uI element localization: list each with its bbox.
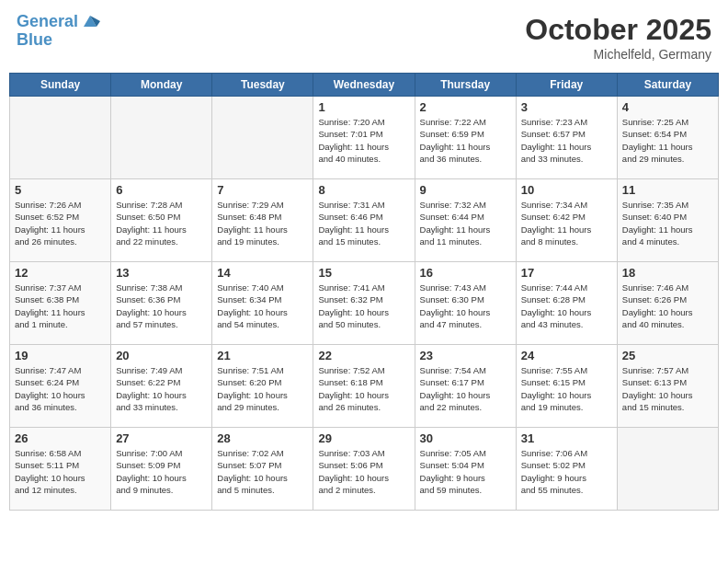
calendar-cell: 16Sunrise: 7:43 AM Sunset: 6:30 PM Dayli… — [415, 262, 516, 345]
day-number: 16 — [420, 266, 511, 280]
day-number: 31 — [521, 431, 612, 445]
day-number: 13 — [116, 266, 207, 280]
calendar-cell: 4Sunrise: 7:25 AM Sunset: 6:54 PM Daylig… — [617, 97, 718, 179]
day-info: Sunrise: 7:34 AM Sunset: 6:42 PM Dayligh… — [521, 199, 612, 247]
day-info: Sunrise: 7:20 AM Sunset: 7:01 PM Dayligh… — [318, 116, 409, 165]
weekday-header: Thursday — [415, 74, 516, 97]
day-info: Sunrise: 7:25 AM Sunset: 6:54 PM Dayligh… — [622, 116, 713, 165]
logo: General Blue — [17, 13, 100, 50]
day-info: Sunrise: 7:35 AM Sunset: 6:40 PM Dayligh… — [622, 199, 713, 247]
day-number: 28 — [217, 431, 308, 445]
calendar-week-row: 1Sunrise: 7:20 AM Sunset: 7:01 PM Daylig… — [10, 97, 719, 179]
day-info: Sunrise: 7:51 AM Sunset: 6:20 PM Dayligh… — [217, 364, 308, 413]
day-number: 20 — [116, 349, 207, 362]
calendar-cell: 27Sunrise: 7:00 AM Sunset: 5:09 PM Dayli… — [111, 428, 212, 511]
day-number: 8 — [318, 183, 409, 197]
day-number: 15 — [318, 266, 409, 280]
day-number: 2 — [420, 100, 511, 114]
calendar-cell: 12Sunrise: 7:37 AM Sunset: 6:38 PM Dayli… — [10, 262, 111, 345]
day-number: 6 — [116, 183, 207, 197]
calendar-cell: 15Sunrise: 7:41 AM Sunset: 6:32 PM Dayli… — [313, 262, 415, 345]
calendar-cell: 7Sunrise: 7:29 AM Sunset: 6:48 PM Daylig… — [212, 179, 313, 262]
day-info: Sunrise: 7:54 AM Sunset: 6:17 PM Dayligh… — [420, 364, 511, 413]
day-number: 22 — [318, 349, 409, 362]
day-info: Sunrise: 7:05 AM Sunset: 5:04 PM Dayligh… — [420, 447, 511, 496]
calendar-cell: 6Sunrise: 7:28 AM Sunset: 6:50 PM Daylig… — [111, 179, 212, 262]
calendar-cell: 24Sunrise: 7:55 AM Sunset: 6:15 PM Dayli… — [516, 345, 617, 428]
day-info: Sunrise: 7:32 AM Sunset: 6:44 PM Dayligh… — [420, 199, 511, 247]
calendar-cell: 2Sunrise: 7:22 AM Sunset: 6:59 PM Daylig… — [415, 97, 516, 179]
day-number: 11 — [622, 183, 713, 197]
logo-text: General — [17, 13, 100, 31]
calendar-cell: 26Sunrise: 6:58 AM Sunset: 5:11 PM Dayli… — [10, 428, 111, 511]
day-info: Sunrise: 7:40 AM Sunset: 6:34 PM Dayligh… — [217, 282, 308, 330]
day-info: Sunrise: 7:47 AM Sunset: 6:24 PM Dayligh… — [15, 364, 106, 413]
calendar-week-row: 5Sunrise: 7:26 AM Sunset: 6:52 PM Daylig… — [10, 179, 719, 262]
day-info: Sunrise: 7:52 AM Sunset: 6:18 PM Dayligh… — [318, 364, 409, 413]
day-info: Sunrise: 7:28 AM Sunset: 6:50 PM Dayligh… — [116, 199, 207, 247]
calendar-cell — [617, 428, 718, 511]
calendar-cell: 17Sunrise: 7:44 AM Sunset: 6:28 PM Dayli… — [516, 262, 617, 345]
day-number: 4 — [622, 100, 713, 114]
day-info: Sunrise: 7:43 AM Sunset: 6:30 PM Dayligh… — [420, 282, 511, 330]
day-number: 26 — [15, 431, 106, 445]
calendar-cell: 8Sunrise: 7:31 AM Sunset: 6:46 PM Daylig… — [313, 179, 415, 262]
day-info: Sunrise: 7:38 AM Sunset: 6:36 PM Dayligh… — [116, 282, 207, 330]
weekday-header-row: SundayMondayTuesdayWednesdayThursdayFrid… — [10, 74, 719, 97]
day-number: 25 — [622, 349, 713, 362]
day-info: Sunrise: 7:26 AM Sunset: 6:52 PM Dayligh… — [15, 199, 106, 247]
calendar-cell: 13Sunrise: 7:38 AM Sunset: 6:36 PM Dayli… — [111, 262, 212, 345]
day-number: 3 — [521, 100, 612, 114]
weekday-header: Wednesday — [313, 74, 415, 97]
day-info: Sunrise: 7:44 AM Sunset: 6:28 PM Dayligh… — [521, 282, 612, 330]
weekday-header: Tuesday — [212, 74, 313, 97]
day-info: Sunrise: 7:55 AM Sunset: 6:15 PM Dayligh… — [521, 364, 612, 413]
calendar-cell: 23Sunrise: 7:54 AM Sunset: 6:17 PM Dayli… — [415, 345, 516, 428]
calendar-cell: 19Sunrise: 7:47 AM Sunset: 6:24 PM Dayli… — [10, 345, 111, 428]
day-number: 9 — [420, 183, 511, 197]
calendar-cell: 1Sunrise: 7:20 AM Sunset: 7:01 PM Daylig… — [313, 97, 415, 179]
calendar-cell — [111, 97, 212, 179]
logo-icon — [80, 14, 100, 30]
calendar-cell: 20Sunrise: 7:49 AM Sunset: 6:22 PM Dayli… — [111, 345, 212, 428]
calendar-cell: 11Sunrise: 7:35 AM Sunset: 6:40 PM Dayli… — [617, 179, 718, 262]
day-info: Sunrise: 7:46 AM Sunset: 6:26 PM Dayligh… — [622, 282, 713, 330]
calendar-cell: 29Sunrise: 7:03 AM Sunset: 5:06 PM Dayli… — [313, 428, 415, 511]
calendar-cell: 10Sunrise: 7:34 AM Sunset: 6:42 PM Dayli… — [516, 179, 617, 262]
calendar-cell — [212, 97, 313, 179]
day-number: 7 — [217, 183, 308, 197]
calendar-cell: 31Sunrise: 7:06 AM Sunset: 5:02 PM Dayli… — [516, 428, 617, 511]
calendar-cell: 14Sunrise: 7:40 AM Sunset: 6:34 PM Dayli… — [212, 262, 313, 345]
calendar-cell: 28Sunrise: 7:02 AM Sunset: 5:07 PM Dayli… — [212, 428, 313, 511]
calendar-cell: 3Sunrise: 7:23 AM Sunset: 6:57 PM Daylig… — [516, 97, 617, 179]
weekday-header: Sunday — [10, 74, 111, 97]
calendar-cell: 21Sunrise: 7:51 AM Sunset: 6:20 PM Dayli… — [212, 345, 313, 428]
month-title: October 2025 — [525, 13, 711, 47]
day-number: 27 — [116, 431, 207, 445]
day-number: 17 — [521, 266, 612, 280]
calendar-cell: 30Sunrise: 7:05 AM Sunset: 5:04 PM Dayli… — [415, 428, 516, 511]
day-number: 24 — [521, 349, 612, 362]
weekday-header: Monday — [111, 74, 212, 97]
page-header: General Blue October 2025 Michelfeld, Ge… — [9, 9, 719, 65]
day-info: Sunrise: 7:49 AM Sunset: 6:22 PM Dayligh… — [116, 364, 207, 413]
day-number: 21 — [217, 349, 308, 362]
calendar-cell: 22Sunrise: 7:52 AM Sunset: 6:18 PM Dayli… — [313, 345, 415, 428]
calendar-table: SundayMondayTuesdayWednesdayThursdayFrid… — [9, 73, 719, 511]
calendar-cell: 18Sunrise: 7:46 AM Sunset: 6:26 PM Dayli… — [617, 262, 718, 345]
day-info: Sunrise: 7:37 AM Sunset: 6:38 PM Dayligh… — [15, 282, 106, 330]
title-block: October 2025 Michelfeld, Germany — [525, 13, 711, 62]
weekday-header: Saturday — [617, 74, 718, 97]
day-info: Sunrise: 7:41 AM Sunset: 6:32 PM Dayligh… — [318, 282, 409, 330]
day-number: 29 — [318, 431, 409, 445]
logo-blue: Blue — [17, 31, 100, 50]
day-info: Sunrise: 7:57 AM Sunset: 6:13 PM Dayligh… — [622, 364, 713, 413]
day-number: 30 — [420, 431, 511, 445]
calendar-week-row: 19Sunrise: 7:47 AM Sunset: 6:24 PM Dayli… — [10, 345, 719, 428]
day-info: Sunrise: 7:23 AM Sunset: 6:57 PM Dayligh… — [521, 116, 612, 165]
day-number: 12 — [15, 266, 106, 280]
day-number: 1 — [318, 100, 409, 114]
calendar-cell: 25Sunrise: 7:57 AM Sunset: 6:13 PM Dayli… — [617, 345, 718, 428]
day-info: Sunrise: 7:03 AM Sunset: 5:06 PM Dayligh… — [318, 447, 409, 496]
day-info: Sunrise: 7:22 AM Sunset: 6:59 PM Dayligh… — [420, 116, 511, 165]
